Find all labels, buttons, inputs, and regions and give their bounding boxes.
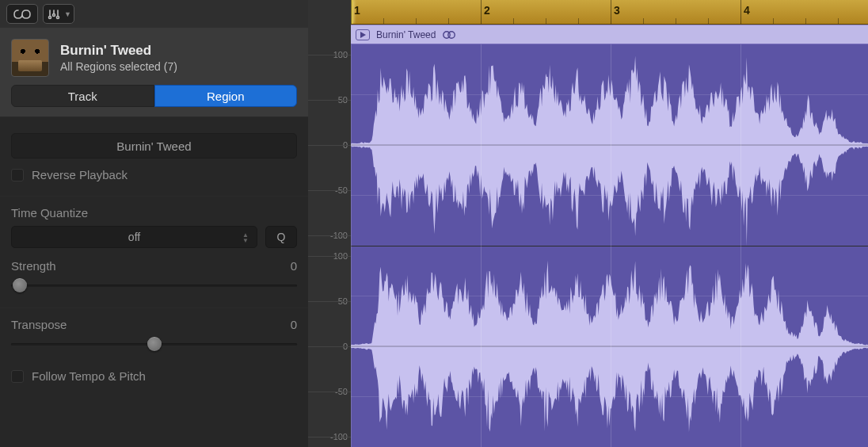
svg-point-1 [53, 13, 55, 16]
filter-icon [46, 9, 62, 20]
follow-tempo-row[interactable]: Follow Tempo & Pitch [11, 369, 297, 383]
tab-region[interactable]: Region [154, 85, 298, 107]
waveform-editor[interactable] [351, 44, 868, 447]
loop-mode-button[interactable] [6, 4, 38, 24]
selection-subtitle: All Regions selected (7) [60, 60, 177, 73]
reverse-playback-label: Reverse Playback [32, 168, 128, 181]
follow-tempo-checkbox[interactable] [11, 370, 24, 383]
tab-track[interactable]: Track [11, 85, 154, 107]
svg-point-0 [49, 16, 51, 18]
time-quantize-dropdown[interactable]: off ▲▼ [11, 226, 257, 248]
transpose-slider-thumb[interactable] [147, 337, 162, 351]
svg-point-2 [57, 16, 59, 18]
loop-icon [13, 9, 31, 20]
time-quantize-label: Time Quantize [11, 206, 297, 220]
bar-number: 3 [614, 4, 620, 17]
catch-filter-button[interactable]: ▼ [43, 4, 74, 24]
strength-slider[interactable] [11, 277, 297, 293]
bar-number: 1 [354, 4, 360, 17]
timeline-ruler[interactable]: 12345 [351, 0, 868, 25]
follow-tempo-label: Follow Tempo & Pitch [32, 369, 146, 383]
svg-point-5 [448, 31, 455, 37]
svg-marker-8 [351, 56, 868, 246]
play-icon [356, 29, 370, 40]
region-name-field[interactable]: Burnin' Tweed [11, 133, 297, 159]
region-strip-name: Burnin' Tweed [376, 29, 436, 40]
track-icon-thumbnail [11, 39, 49, 77]
strength-slider-thumb[interactable] [13, 278, 27, 292]
bar-number: 4 [744, 4, 750, 17]
quantize-apply-button[interactable]: Q [265, 226, 297, 248]
chevron-updown-icon: ▲▼ [241, 230, 250, 246]
svg-marker-3 [360, 32, 366, 38]
bar-number: 2 [484, 4, 490, 17]
strength-label: Strength [11, 259, 56, 273]
reverse-playback-row[interactable]: Reverse Playback [11, 168, 297, 181]
amplitude-gutter: 100500-50-100 100500-50-100 [308, 0, 351, 447]
transpose-value: 0 [291, 318, 297, 331]
reverse-playback-checkbox[interactable] [11, 169, 24, 181]
transpose-label: Transpose [11, 318, 67, 331]
stereo-icon [442, 30, 456, 40]
region-header-strip[interactable]: Burnin' Tweed [351, 25, 868, 44]
transpose-slider[interactable] [11, 336, 297, 352]
track-title: Burnin' Tweed [60, 43, 177, 59]
strength-value: 0 [291, 259, 297, 273]
